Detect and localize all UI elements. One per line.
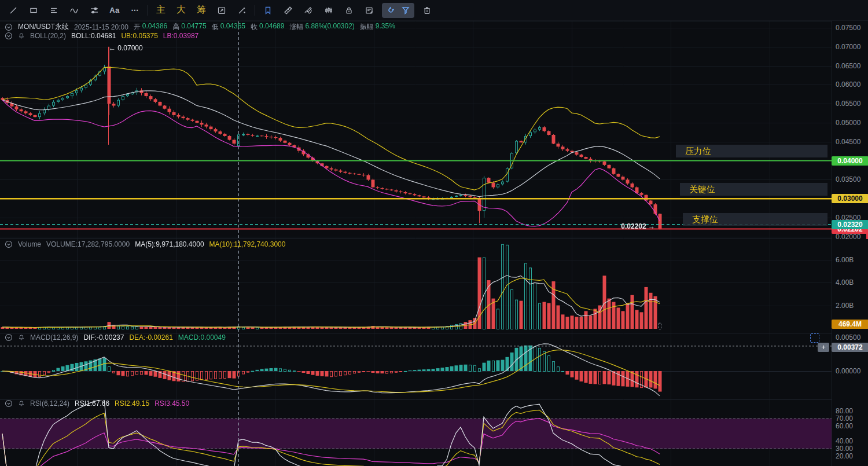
trend-line-tool-icon[interactable]	[6, 3, 21, 18]
volume-legend: Volume VOLUME:17,282,795.0000 MA(5):9,97…	[5, 240, 285, 248]
axis-tick: 0.00000	[836, 366, 860, 376]
change-label: 涨幅	[289, 22, 303, 32]
magic-brush-icon[interactable]	[234, 3, 249, 18]
add-alert-plus-button[interactable]: +	[818, 343, 829, 352]
rsi3-value: RSI3:45.50	[155, 399, 189, 408]
delete-icon[interactable]	[420, 3, 435, 18]
high-label: 高	[172, 22, 179, 32]
amplitude-value: 9.35%	[376, 22, 395, 32]
resistance-price-badge: 0.04000	[832, 156, 868, 166]
axis-tick: 0.04500	[836, 137, 860, 146]
symbol-name[interactable]: MON/USDT永续	[18, 22, 69, 32]
chart-canvas[interactable]	[0, 0, 832, 466]
axis-tick: 60.00	[836, 421, 853, 431]
more-tools-button[interactable]: ⋯	[127, 3, 142, 18]
wave-tool-icon[interactable]	[67, 3, 82, 18]
high-value: 0.04775	[181, 22, 206, 32]
close-label: 收	[251, 22, 258, 32]
volume-value: VOLUME:17,282,795.0000	[46, 240, 130, 248]
macd-dea-value: DEA:-0.00261	[129, 333, 172, 342]
open-value: 0.04386	[142, 22, 167, 32]
axis-tick: 0.00500	[836, 333, 860, 342]
open-label: 开	[134, 22, 141, 32]
current-volume-badge: 469.4M	[832, 320, 868, 329]
toolbar-divider	[255, 5, 255, 16]
macd-name[interactable]: MACD(12,26,9)	[30, 333, 78, 342]
adjust-sliders-icon[interactable]	[87, 3, 102, 18]
rsi1-value: RSI1:67.66	[75, 399, 109, 408]
volume-ma5-value: MA(5):9,971,180.4000	[135, 240, 204, 248]
expand-pane-icon[interactable]	[810, 333, 819, 343]
macd-hist-value: MACD:0.00049	[178, 333, 226, 342]
rectangle-tool-icon[interactable]	[26, 3, 41, 18]
support-level-label[interactable]: 支撑位	[683, 213, 827, 226]
ruler-icon[interactable]	[281, 3, 296, 18]
alert-bell-icon[interactable]	[18, 334, 25, 341]
collapse-chevron-icon[interactable]	[5, 399, 13, 408]
collapse-chevron-icon[interactable]	[5, 240, 13, 248]
candle-datetime: 2025-11-15 20:00	[74, 23, 128, 31]
boll-lb-value: LB:0.03987	[163, 32, 198, 40]
boll-name[interactable]: BOLL(20,2)	[30, 32, 66, 40]
lock-icon[interactable]	[341, 3, 356, 18]
macd-legend: MACD(12,26,9) DIF:-0.00237 DEA:-0.00261 …	[5, 333, 226, 342]
bookmark-icon[interactable]	[260, 3, 275, 18]
change-value: 6.88%(0.00302)	[305, 22, 354, 32]
axis-tick: 0.06500	[836, 61, 860, 71]
key-level-label[interactable]: 关键位	[680, 183, 827, 196]
boll-mid-value: BOLL:0.04681	[71, 32, 116, 40]
support-price-badge: 0.02320	[832, 220, 868, 229]
axis-tick: 4.00B	[836, 278, 854, 287]
rsi-legend: RSI(6,12,24) RSI1:67.66 RSI2:49.15 RSI3:…	[5, 399, 189, 408]
high-price-annotation: ← 0.07000	[109, 44, 143, 52]
collapse-chevron-icon[interactable]	[5, 23, 13, 31]
active-tool-group	[382, 3, 414, 18]
rsi2-value: RSI2:49.15	[115, 399, 149, 408]
last-price-annotation: 0.02202 →	[579, 222, 655, 230]
collapse-chevron-icon[interactable]	[5, 333, 13, 342]
axis-tick: 20.00	[836, 452, 853, 461]
volume-ma10-value: MA(10):11,792,740.3000	[209, 240, 286, 248]
axis-tick: 0.07500	[836, 23, 860, 32]
horizontal-lines-tool-icon[interactable]	[46, 3, 61, 18]
price-axis[interactable]: 0.04000 0.03000 0.02202 0.02320 469.4M 0…	[832, 0, 868, 466]
axis-tick: 0.06000	[836, 80, 860, 89]
axis-tick: 0.05000	[836, 118, 860, 127]
drawing-toolbar: Aa ⋯ 主 大 筹	[0, 0, 868, 21]
low-label: 低	[212, 22, 219, 32]
macd-dif-value: DIF:-0.00237	[83, 333, 124, 342]
replay-edit-icon[interactable]	[214, 3, 229, 18]
rsi-name[interactable]: RSI(6,12,24)	[30, 399, 69, 408]
low-value: 0.04365	[220, 22, 245, 32]
collapse-chevron-icon[interactable]	[5, 32, 13, 40]
amplitude-label: 振幅	[360, 22, 374, 32]
axis-tick: 0.05500	[836, 99, 860, 108]
candle-pattern-icon[interactable]	[321, 3, 336, 18]
main-indicator-button[interactable]: 主	[153, 3, 168, 18]
alert-bell-icon[interactable]	[18, 400, 25, 407]
text-tool[interactable]: Aa	[107, 3, 122, 18]
chips-button[interactable]: 筹	[194, 3, 209, 18]
big-order-button[interactable]: 大	[174, 3, 189, 18]
filter-icon[interactable]	[398, 3, 413, 18]
axis-tick: 0.07000	[836, 42, 860, 52]
resistance-level-label[interactable]: 压力位	[676, 145, 827, 157]
magnet-icon[interactable]	[383, 3, 398, 18]
boll-legend: BOLL(20,2) BOLL:0.04681 UB:0.05375 LB:0.…	[5, 32, 198, 40]
axis-tick: 2.00B	[836, 301, 854, 310]
axis-tick: 6.00B	[836, 255, 854, 265]
toolbar-divider	[148, 5, 148, 16]
draw-pen-icon[interactable]	[301, 3, 316, 18]
note-icon[interactable]	[362, 3, 377, 18]
key-price-badge: 0.03000	[832, 194, 868, 203]
alert-bell-icon[interactable]	[18, 32, 25, 39]
symbol-legend: MON/USDT永续 2025-11-15 20:00 开0.04386 高0.…	[5, 22, 395, 32]
close-value: 0.04689	[259, 22, 284, 32]
volume-name[interactable]: Volume	[18, 240, 41, 248]
boll-ub-value: UB:0.05375	[121, 32, 157, 40]
macd-line-badge: 0.00372	[832, 343, 868, 352]
axis-tick: 0.03500	[836, 175, 860, 184]
